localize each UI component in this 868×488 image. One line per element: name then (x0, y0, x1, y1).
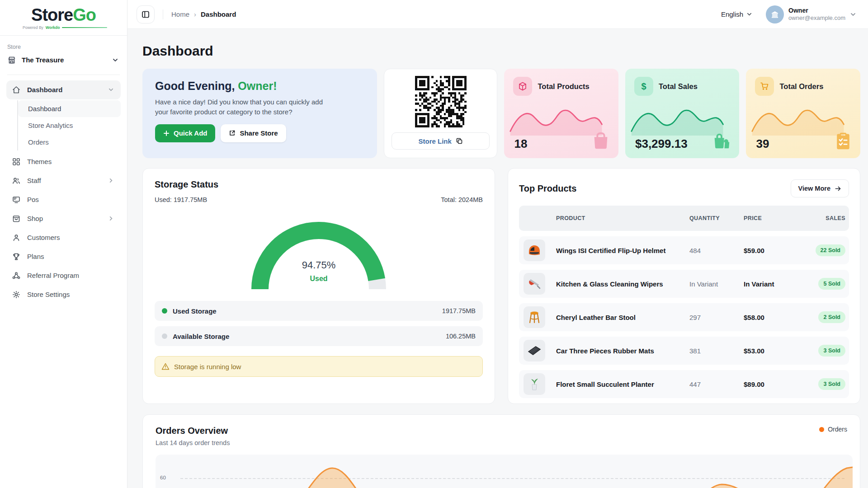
column-quantity: QUANTITY (689, 215, 744, 221)
copy-icon (456, 137, 463, 145)
sidebar-toggle-button[interactable] (137, 5, 155, 23)
orders-sparkline (750, 97, 845, 136)
users-icon (12, 176, 21, 185)
user-name: Owner (788, 7, 845, 14)
product-quantity: 484 (689, 247, 744, 254)
user-profile-menu[interactable]: Owner owner@example.com (766, 5, 856, 23)
sidebar-subitem-dashboard[interactable]: Dashboard (18, 100, 121, 117)
top-products-card: Top Products View More PRODUCT QUANTITY … (508, 168, 860, 404)
total-orders-card: Total Orders 39 (746, 69, 860, 158)
sidebar-item-dashboard[interactable]: Dashboard (6, 80, 121, 99)
brand-name-secondary: Go (73, 5, 96, 24)
column-sales: SALES (814, 215, 845, 221)
stat-label: Total Sales (659, 82, 698, 91)
products-sparkline (509, 97, 604, 136)
sidebar-item-pos[interactable]: Pos (6, 190, 121, 209)
product-quantity: In Variant (689, 280, 744, 288)
package-icon (513, 77, 532, 96)
products-table: PRODUCT QUANTITY PRICE SALES Wings ISI C… (519, 206, 849, 398)
bag-icon (590, 130, 611, 153)
storefront-icon (7, 56, 16, 65)
top-products-title: Top Products (519, 183, 576, 194)
sidebar-item-plans[interactable]: Plans (6, 247, 121, 266)
product-name: Kitchen & Glass Cleaning Wipers (556, 280, 689, 288)
storage-warning-text: Storage is running low (174, 363, 241, 371)
gear-icon (12, 290, 21, 299)
table-row[interactable]: Wings ISI Certified Flip-Up Helmet 484 $… (519, 236, 849, 264)
cart-icon (755, 77, 774, 96)
greeting-prefix: Good Evening, (155, 80, 235, 92)
storage-warning: Storage is running low (155, 356, 483, 377)
used-storage-value: 1917.75MB (442, 307, 476, 314)
product-name: Wings ISI Certified Flip-Up Helmet (556, 247, 689, 254)
shopping-bag-icon (12, 214, 21, 223)
orders-legend: Orders (819, 426, 847, 433)
language-label: English (721, 10, 743, 18)
content: Dashboard Good Evening, Owner! Have a ni… (127, 29, 868, 488)
quick-add-button[interactable]: Quick Add (155, 124, 215, 142)
divider (163, 9, 163, 19)
language-selector[interactable]: English (721, 10, 752, 18)
table-row[interactable]: Floret Small Succulent Planter 447 $89.0… (519, 370, 849, 398)
product-image-stool (524, 306, 545, 328)
product-price: $59.00 (744, 247, 814, 254)
greeting-title: Good Evening, Owner! (155, 80, 364, 93)
sidebar-item-staff[interactable]: Staff (6, 171, 121, 190)
products-table-header: PRODUCT QUANTITY PRICE SALES (519, 206, 849, 231)
table-row[interactable]: Cheryl Leather Bar Stool 297 $58.00 2 So… (519, 303, 849, 331)
brand-tagline: Powered By Workdo (23, 25, 107, 30)
sales-badge: 3 Sold (818, 345, 845, 357)
chevron-down-icon (106, 85, 115, 94)
warning-icon (161, 362, 170, 371)
sidebar-item-label: Store Settings (27, 291, 70, 298)
user-email: owner@example.com (788, 14, 845, 22)
table-row[interactable]: Kitchen & Glass Cleaning Wipers In Varia… (519, 270, 849, 298)
sidebar-item-referral-program[interactable]: Referral Program (6, 266, 121, 285)
sidebar-subitem-orders[interactable]: Orders (18, 134, 121, 150)
column-product: PRODUCT (556, 215, 689, 221)
chevron-down-icon (850, 11, 856, 18)
sidebar-item-customers[interactable]: Customers (6, 228, 121, 247)
sidebar-item-shop[interactable]: Shop (6, 209, 121, 228)
gray-dot-icon (162, 333, 167, 339)
topbar: Home › Dashboard English Owner owner@exa… (127, 0, 868, 29)
brand-name-primary: Store (31, 5, 73, 24)
breadcrumb-current: Dashboard (201, 10, 236, 18)
stat-value: 39 (756, 137, 769, 151)
available-storage-label: Available Storage (173, 333, 229, 340)
product-price: $53.00 (744, 347, 814, 355)
store-section-label: Store (7, 44, 120, 50)
store-selector[interactable]: The Treasure (7, 50, 120, 70)
available-storage-row: Available Storage 106.25MB (155, 326, 483, 346)
sales-badge: 22 Sold (816, 244, 845, 256)
store-name: The Treasure (22, 56, 105, 64)
product-price: In Variant (744, 280, 814, 288)
chevron-right-icon (106, 214, 115, 223)
shopping-bags-icon (711, 130, 732, 153)
breadcrumb-home-link[interactable]: Home (171, 10, 189, 18)
used-storage-label: Used Storage (173, 307, 217, 315)
storage-used-label: Used: 1917.75MB (155, 196, 207, 203)
avatar (766, 5, 784, 23)
greeting-owner-name: Owner! (238, 80, 277, 92)
table-row[interactable]: Car Three Pieces Rubber Mats 381 $53.00 … (519, 337, 849, 365)
grid-icon (12, 157, 21, 166)
sidebar-item-store-settings[interactable]: Store Settings (6, 285, 121, 304)
stat-value: $3,299.13 (635, 137, 688, 151)
product-image-wiper (524, 273, 545, 295)
store-link-button[interactable]: Store Link (392, 132, 490, 150)
available-storage-value: 106.25MB (446, 333, 476, 340)
share-store-button[interactable]: Share Store (221, 124, 286, 142)
used-storage-row: Used Storage 1917.75MB (155, 301, 483, 321)
storage-total-label: Total: 2024MB (441, 196, 483, 203)
product-name: Floret Small Succulent Planter (556, 380, 689, 388)
brand-logo[interactable]: StoreGo Powered By Workdo (0, 0, 127, 36)
view-more-button[interactable]: View More (791, 179, 849, 197)
sidebar-nav: Dashboard Dashboard Store Analytics Orde… (0, 80, 127, 304)
storage-gauge: 94.75% Used (251, 221, 387, 296)
sidebar-subitem-store-analytics[interactable]: Store Analytics (18, 117, 121, 134)
sidebar-item-themes[interactable]: Themes (6, 152, 121, 171)
tagline-line (62, 27, 107, 28)
breadcrumb: Home › Dashboard (171, 10, 236, 18)
share-store-label: Share Store (240, 129, 278, 137)
